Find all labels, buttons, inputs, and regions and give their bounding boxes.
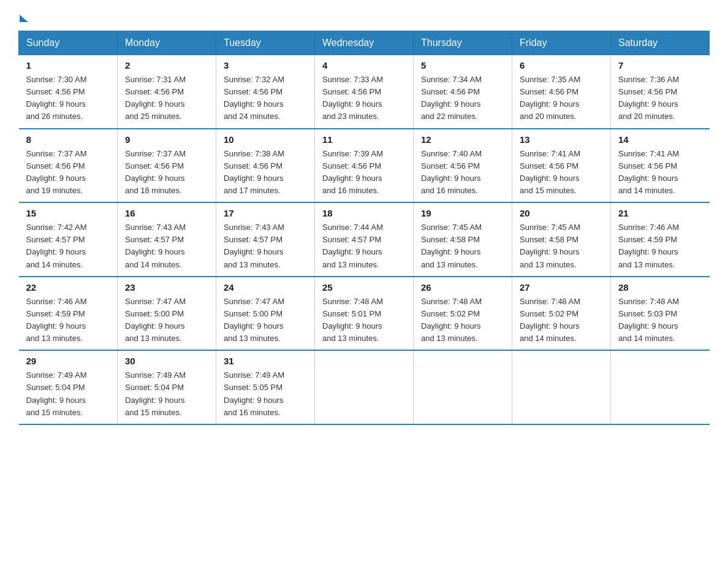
day-number: 3 xyxy=(224,60,307,71)
day-number: 11 xyxy=(322,134,406,145)
calendar-cell: 13Sunrise: 7:41 AMSunset: 4:56 PMDayligh… xyxy=(512,129,611,203)
calendar-cell: 31Sunrise: 7:49 AMSunset: 5:05 PMDayligh… xyxy=(216,350,315,424)
calendar-cell xyxy=(315,350,414,424)
calendar-cell: 23Sunrise: 7:47 AMSunset: 5:00 PMDayligh… xyxy=(118,277,216,351)
day-number: 19 xyxy=(421,208,504,218)
calendar-cell xyxy=(414,350,512,424)
calendar-cell: 30Sunrise: 7:49 AMSunset: 5:04 PMDayligh… xyxy=(118,350,216,424)
day-info: Sunrise: 7:36 AMSunset: 4:56 PMDaylight:… xyxy=(618,74,702,123)
calendar-cell: 26Sunrise: 7:48 AMSunset: 5:02 PMDayligh… xyxy=(414,277,512,351)
day-info: Sunrise: 7:37 AMSunset: 4:56 PMDaylight:… xyxy=(26,148,110,197)
weekday-header-row: SundayMondayTuesdayWednesdayThursdayFrid… xyxy=(19,31,710,55)
calendar-cell: 21Sunrise: 7:46 AMSunset: 4:59 PMDayligh… xyxy=(611,202,710,277)
calendar-cell: 24Sunrise: 7:47 AMSunset: 5:00 PMDayligh… xyxy=(216,277,315,351)
calendar-cell xyxy=(512,350,611,424)
weekday-header-tuesday: Tuesday xyxy=(216,31,315,55)
calendar-cell: 3Sunrise: 7:32 AMSunset: 4:56 PMDaylight… xyxy=(216,55,315,129)
day-number: 16 xyxy=(125,208,208,218)
day-info: Sunrise: 7:48 AMSunset: 5:03 PMDaylight:… xyxy=(618,296,702,345)
calendar-week-row: 15Sunrise: 7:42 AMSunset: 4:57 PMDayligh… xyxy=(19,202,710,277)
calendar-cell: 17Sunrise: 7:43 AMSunset: 4:57 PMDayligh… xyxy=(216,202,315,277)
calendar-cell: 22Sunrise: 7:46 AMSunset: 4:59 PMDayligh… xyxy=(19,277,118,351)
day-number: 22 xyxy=(26,282,110,293)
calendar-week-row: 22Sunrise: 7:46 AMSunset: 4:59 PMDayligh… xyxy=(19,277,710,351)
day-number: 13 xyxy=(520,134,603,145)
weekday-header-friday: Friday xyxy=(512,31,611,55)
calendar-week-row: 29Sunrise: 7:49 AMSunset: 5:04 PMDayligh… xyxy=(19,350,710,424)
day-info: Sunrise: 7:47 AMSunset: 5:00 PMDaylight:… xyxy=(125,296,208,345)
day-number: 10 xyxy=(224,134,307,145)
day-info: Sunrise: 7:31 AMSunset: 4:56 PMDaylight:… xyxy=(125,74,208,123)
day-info: Sunrise: 7:30 AMSunset: 4:56 PMDaylight:… xyxy=(26,74,110,123)
calendar-cell: 15Sunrise: 7:42 AMSunset: 4:57 PMDayligh… xyxy=(19,202,118,277)
calendar-cell: 10Sunrise: 7:38 AMSunset: 4:56 PMDayligh… xyxy=(216,129,315,203)
weekday-header-sunday: Sunday xyxy=(19,31,118,55)
day-info: Sunrise: 7:35 AMSunset: 4:56 PMDaylight:… xyxy=(520,74,603,123)
day-info: Sunrise: 7:32 AMSunset: 4:56 PMDaylight:… xyxy=(224,74,307,123)
day-info: Sunrise: 7:49 AMSunset: 5:05 PMDaylight:… xyxy=(224,369,307,419)
day-info: Sunrise: 7:42 AMSunset: 4:57 PMDaylight:… xyxy=(26,221,110,271)
calendar-week-row: 1Sunrise: 7:30 AMSunset: 4:56 PMDaylight… xyxy=(19,55,710,129)
day-info: Sunrise: 7:41 AMSunset: 4:56 PMDaylight:… xyxy=(520,148,603,197)
day-info: Sunrise: 7:41 AMSunset: 4:56 PMDaylight:… xyxy=(618,148,702,197)
day-number: 21 xyxy=(618,208,702,218)
weekday-header-wednesday: Wednesday xyxy=(315,31,414,55)
calendar-cell: 12Sunrise: 7:40 AMSunset: 4:56 PMDayligh… xyxy=(414,129,512,203)
day-info: Sunrise: 7:46 AMSunset: 4:59 PMDaylight:… xyxy=(618,221,702,271)
calendar-cell: 2Sunrise: 7:31 AMSunset: 4:56 PMDaylight… xyxy=(118,55,216,129)
day-number: 8 xyxy=(26,134,110,145)
calendar-cell: 11Sunrise: 7:39 AMSunset: 4:56 PMDayligh… xyxy=(315,129,414,203)
day-number: 23 xyxy=(125,282,208,293)
calendar-cell: 4Sunrise: 7:33 AMSunset: 4:56 PMDaylight… xyxy=(315,55,414,129)
calendar-cell: 8Sunrise: 7:37 AMSunset: 4:56 PMDaylight… xyxy=(19,129,118,203)
day-info: Sunrise: 7:48 AMSunset: 5:02 PMDaylight:… xyxy=(421,296,504,345)
day-number: 1 xyxy=(26,60,110,71)
day-info: Sunrise: 7:46 AMSunset: 4:59 PMDaylight:… xyxy=(26,296,110,345)
calendar-cell: 1Sunrise: 7:30 AMSunset: 4:56 PMDaylight… xyxy=(19,55,118,129)
calendar-cell: 9Sunrise: 7:37 AMSunset: 4:56 PMDaylight… xyxy=(118,129,216,203)
day-info: Sunrise: 7:45 AMSunset: 4:58 PMDaylight:… xyxy=(520,221,603,271)
day-info: Sunrise: 7:44 AMSunset: 4:57 PMDaylight:… xyxy=(322,221,406,271)
day-number: 6 xyxy=(520,60,603,71)
day-number: 14 xyxy=(618,134,702,145)
calendar-cell: 20Sunrise: 7:45 AMSunset: 4:58 PMDayligh… xyxy=(512,202,611,277)
day-number: 5 xyxy=(421,60,504,71)
day-number: 18 xyxy=(322,208,406,218)
day-info: Sunrise: 7:45 AMSunset: 4:58 PMDaylight:… xyxy=(421,221,504,271)
calendar-cell: 16Sunrise: 7:43 AMSunset: 4:57 PMDayligh… xyxy=(118,202,216,277)
calendar-cell: 29Sunrise: 7:49 AMSunset: 5:04 PMDayligh… xyxy=(19,350,118,424)
day-info: Sunrise: 7:40 AMSunset: 4:56 PMDaylight:… xyxy=(421,148,504,197)
day-number: 9 xyxy=(125,134,208,145)
calendar-cell: 19Sunrise: 7:45 AMSunset: 4:58 PMDayligh… xyxy=(414,202,512,277)
day-number: 31 xyxy=(224,356,307,366)
day-number: 17 xyxy=(224,208,307,218)
day-info: Sunrise: 7:34 AMSunset: 4:56 PMDaylight:… xyxy=(421,74,504,123)
calendar-cell: 25Sunrise: 7:48 AMSunset: 5:01 PMDayligh… xyxy=(315,277,414,351)
day-number: 20 xyxy=(520,208,603,218)
day-info: Sunrise: 7:37 AMSunset: 4:56 PMDaylight:… xyxy=(125,148,208,197)
day-info: Sunrise: 7:47 AMSunset: 5:00 PMDaylight:… xyxy=(224,296,307,345)
day-number: 2 xyxy=(125,60,208,71)
logo xyxy=(18,12,28,20)
day-number: 27 xyxy=(520,282,603,293)
calendar-cell: 7Sunrise: 7:36 AMSunset: 4:56 PMDaylight… xyxy=(611,55,710,129)
day-number: 15 xyxy=(26,208,110,218)
calendar-cell: 27Sunrise: 7:48 AMSunset: 5:02 PMDayligh… xyxy=(512,277,611,351)
day-info: Sunrise: 7:48 AMSunset: 5:02 PMDaylight:… xyxy=(520,296,603,345)
day-number: 29 xyxy=(26,356,110,366)
day-number: 12 xyxy=(421,134,504,145)
calendar-cell: 28Sunrise: 7:48 AMSunset: 5:03 PMDayligh… xyxy=(611,277,710,351)
logo-arrow-icon xyxy=(20,15,28,22)
calendar-body: 1Sunrise: 7:30 AMSunset: 4:56 PMDaylight… xyxy=(19,55,710,424)
day-info: Sunrise: 7:33 AMSunset: 4:56 PMDaylight:… xyxy=(322,74,406,123)
day-number: 24 xyxy=(224,282,307,293)
day-info: Sunrise: 7:49 AMSunset: 5:04 PMDaylight:… xyxy=(26,369,110,419)
weekday-header-monday: Monday xyxy=(118,31,216,55)
day-number: 26 xyxy=(421,282,504,293)
day-info: Sunrise: 7:39 AMSunset: 4:56 PMDaylight:… xyxy=(322,148,406,197)
day-number: 4 xyxy=(322,60,406,71)
calendar-cell: 18Sunrise: 7:44 AMSunset: 4:57 PMDayligh… xyxy=(315,202,414,277)
calendar-header: SundayMondayTuesdayWednesdayThursdayFrid… xyxy=(19,31,710,55)
calendar-cell xyxy=(611,350,710,424)
calendar-cell: 5Sunrise: 7:34 AMSunset: 4:56 PMDaylight… xyxy=(414,55,512,129)
